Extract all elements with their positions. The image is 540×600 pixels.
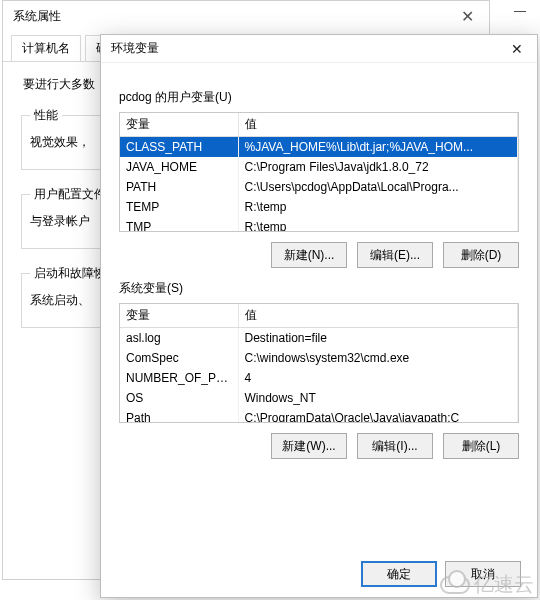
- sys-delete-button[interactable]: 删除(L): [443, 433, 519, 459]
- table-row[interactable]: PATHC:\Users\pcdog\AppData\Local\Progra.…: [120, 177, 518, 197]
- performance-legend: 性能: [30, 107, 62, 124]
- var-name-cell: asl.log: [120, 328, 238, 349]
- var-value-cell: R:\temp: [238, 217, 518, 232]
- var-value-cell: C:\Program Files\Java\jdk1.8.0_72: [238, 157, 518, 177]
- cloud-icon: [440, 576, 470, 594]
- var-value-cell: R:\temp: [238, 197, 518, 217]
- user-delete-button[interactable]: 删除(D): [443, 242, 519, 268]
- user-col-name[interactable]: 变量: [120, 113, 238, 137]
- table-row[interactable]: TMPR:\temp: [120, 217, 518, 232]
- table-row[interactable]: asl.logDestination=file: [120, 328, 518, 349]
- system-properties-title: 系统属性: [13, 8, 61, 25]
- close-icon[interactable]: ✕: [497, 35, 537, 63]
- close-icon[interactable]: ✕: [445, 7, 489, 26]
- user-vars-label: pcdog 的用户变量(U): [119, 89, 519, 106]
- var-value-cell: Destination=file: [238, 328, 518, 349]
- table-row[interactable]: CLASS_PATH%JAVA_HOME%\Lib\dt.jar;%JAVA_H…: [120, 137, 518, 158]
- user-edit-button[interactable]: 编辑(E)...: [357, 242, 433, 268]
- var-value-cell: 4: [238, 368, 518, 388]
- table-row[interactable]: JAVA_HOMEC:\Program Files\Java\jdk1.8.0_…: [120, 157, 518, 177]
- sys-col-value[interactable]: 值: [238, 304, 518, 328]
- var-name-cell: NUMBER_OF_PR...: [120, 368, 238, 388]
- env-titlebar[interactable]: 环境变量 ✕: [101, 35, 537, 63]
- sys-new-button[interactable]: 新建(W)...: [271, 433, 347, 459]
- var-name-cell: CLASS_PATH: [120, 137, 238, 158]
- var-name-cell: TEMP: [120, 197, 238, 217]
- var-name-cell: JAVA_HOME: [120, 157, 238, 177]
- env-title: 环境变量: [111, 40, 159, 57]
- table-row[interactable]: NUMBER_OF_PR...4: [120, 368, 518, 388]
- startup-legend: 启动和故障恢: [30, 265, 110, 282]
- environment-variables-dialog: 环境变量 ✕ pcdog 的用户变量(U) 变量 值 CLASS_PATH%JA…: [100, 34, 538, 598]
- background-window-controls: —: [500, 0, 540, 30]
- table-row[interactable]: TEMPR:\temp: [120, 197, 518, 217]
- user-profiles-legend: 用户配置文件: [30, 186, 110, 203]
- sys-vars-label: 系统变量(S): [119, 280, 519, 297]
- var-value-cell: Windows_NT: [238, 388, 518, 408]
- env-content: pcdog 的用户变量(U) 变量 值 CLASS_PATH%JAVA_HOME…: [101, 63, 537, 469]
- sys-vars-buttons: 新建(W)... 编辑(I)... 删除(L): [119, 433, 519, 459]
- user-vars-table[interactable]: 变量 值 CLASS_PATH%JAVA_HOME%\Lib\dt.jar;%J…: [119, 112, 519, 232]
- var-value-cell: %JAVA_HOME%\Lib\dt.jar;%JAVA_HOM...: [238, 137, 518, 158]
- minimize-icon[interactable]: —: [500, 0, 540, 30]
- watermark-text: 亿速云: [474, 571, 534, 598]
- sys-edit-button[interactable]: 编辑(I)...: [357, 433, 433, 459]
- ok-button[interactable]: 确定: [361, 561, 437, 587]
- var-value-cell: C:\ProgramData\Oracle\Java\javapath;C: [238, 408, 518, 423]
- system-properties-titlebar[interactable]: 系统属性 ✕: [3, 1, 489, 31]
- var-name-cell: Path: [120, 408, 238, 423]
- var-name-cell: OS: [120, 388, 238, 408]
- user-col-value[interactable]: 值: [238, 113, 518, 137]
- table-row[interactable]: ComSpecC:\windows\system32\cmd.exe: [120, 348, 518, 368]
- sys-col-name[interactable]: 变量: [120, 304, 238, 328]
- user-vars-buttons: 新建(N)... 编辑(E)... 删除(D): [119, 242, 519, 268]
- table-row[interactable]: OSWindows_NT: [120, 388, 518, 408]
- var-name-cell: TMP: [120, 217, 238, 232]
- sys-vars-table[interactable]: 变量 值 asl.logDestination=fileComSpecC:\wi…: [119, 303, 519, 423]
- watermark: 亿速云: [440, 571, 534, 598]
- table-row[interactable]: PathC:\ProgramData\Oracle\Java\javapath;…: [120, 408, 518, 423]
- var-name-cell: PATH: [120, 177, 238, 197]
- var-name-cell: ComSpec: [120, 348, 238, 368]
- var-value-cell: C:\Users\pcdog\AppData\Local\Progra...: [238, 177, 518, 197]
- tab-computer-name[interactable]: 计算机名: [11, 35, 81, 61]
- var-value-cell: C:\windows\system32\cmd.exe: [238, 348, 518, 368]
- user-new-button[interactable]: 新建(N)...: [271, 242, 347, 268]
